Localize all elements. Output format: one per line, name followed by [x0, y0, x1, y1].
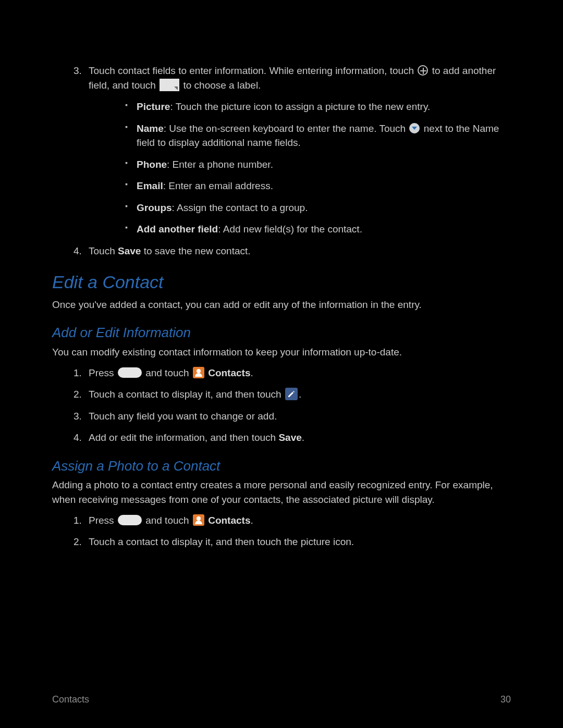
- heading-edit-contact: Edit a Contact: [52, 269, 511, 295]
- bullet-groups: Groups: Assign the contact to a group.: [125, 201, 511, 215]
- contacts-label: Contacts: [208, 515, 250, 526]
- text: .: [302, 432, 304, 443]
- text: : Add new field(s) for the contact.: [218, 224, 362, 235]
- text: to choose a label.: [183, 80, 261, 91]
- text: Touch: [89, 245, 118, 256]
- text: : Touch the picture icon to assign a pic…: [170, 101, 430, 112]
- footer-page-number: 30: [500, 693, 511, 706]
- text: Touch contact fields to enter informatio…: [89, 65, 417, 76]
- text: : Enter a phone number.: [167, 159, 273, 170]
- text: Add or edit the information, and then to…: [89, 432, 278, 443]
- footer-section: Contacts: [52, 693, 89, 706]
- text: Press: [89, 515, 117, 526]
- step-a3: Touch any field you want to change or ad…: [84, 409, 511, 424]
- plus-icon: [418, 65, 428, 76]
- home-button-icon: [118, 367, 142, 378]
- document-page: Touch contact fields to enter informatio…: [0, 0, 563, 728]
- heading-add-edit-info: Add or Edit Information: [52, 323, 511, 343]
- text: and touch: [145, 367, 192, 378]
- step-a2: Touch a contact to display it, and then …: [84, 387, 511, 402]
- contacts-label: Contacts: [208, 367, 250, 378]
- label: Groups: [137, 202, 172, 213]
- text: to save the new contact.: [141, 245, 250, 256]
- bullet-phone: Phone: Enter a phone number.: [125, 157, 511, 172]
- label: Add another field: [137, 224, 218, 235]
- steps-list-continued: Touch contact fields to enter informatio…: [52, 64, 511, 258]
- edit-icon: [285, 388, 298, 400]
- text: .: [299, 389, 301, 400]
- page-footer: Contacts 30: [52, 693, 511, 706]
- paragraph: Adding a photo to a contact entry create…: [52, 478, 511, 507]
- sub-bullets: Picture: Touch the picture icon to assig…: [89, 100, 511, 237]
- text: : Assign the contact to a group.: [172, 202, 308, 213]
- paragraph: Once you've added a contact, you can add…: [52, 298, 511, 312]
- bullet-email: Email: Enter an email address.: [125, 179, 511, 193]
- heading-assign-photo: Assign a Photo to a Contact: [52, 456, 511, 476]
- photo-steps: Press and touch Contacts. Touch a contac…: [52, 513, 511, 549]
- label: Phone: [137, 159, 167, 170]
- text: : Use the on-screen keyboard to enter th…: [164, 123, 409, 134]
- chevron-down-icon: [409, 123, 420, 133]
- text: Press: [89, 367, 117, 378]
- step-3: Touch contact fields to enter informatio…: [84, 64, 511, 237]
- label: Email: [137, 180, 163, 191]
- step-p1: Press and touch Contacts.: [84, 513, 511, 528]
- paragraph: You can modify existing contact informat…: [52, 345, 511, 360]
- bullet-name: Name: Use the on-screen keyboard to ente…: [125, 121, 511, 150]
- label: Name: [137, 123, 164, 134]
- contacts-icon: [193, 367, 204, 378]
- label-dropdown-icon: [160, 79, 179, 91]
- text: Touch a contact to display it, and then …: [89, 389, 284, 400]
- save-label: Save: [278, 432, 301, 443]
- bullet-picture: Picture: Touch the picture icon to assig…: [125, 100, 511, 114]
- text: and touch: [145, 515, 192, 526]
- step-p2: Touch a contact to display it, and then …: [84, 535, 511, 549]
- step-a4: Add or edit the information, and then to…: [84, 430, 511, 445]
- step-4: Touch Save to save the new contact.: [84, 244, 511, 258]
- home-button-icon: [118, 515, 142, 525]
- add-edit-steps: Press and touch Contacts. Touch a contac…: [52, 366, 511, 445]
- contacts-icon: [193, 514, 204, 526]
- save-label: Save: [118, 245, 141, 256]
- text: : Enter an email address.: [163, 180, 273, 191]
- text: .: [250, 367, 253, 378]
- step-a1: Press and touch Contacts.: [84, 366, 511, 380]
- bullet-add-field: Add another field: Add new field(s) for …: [125, 222, 511, 237]
- text: .: [250, 515, 253, 526]
- label: Picture: [137, 101, 170, 112]
